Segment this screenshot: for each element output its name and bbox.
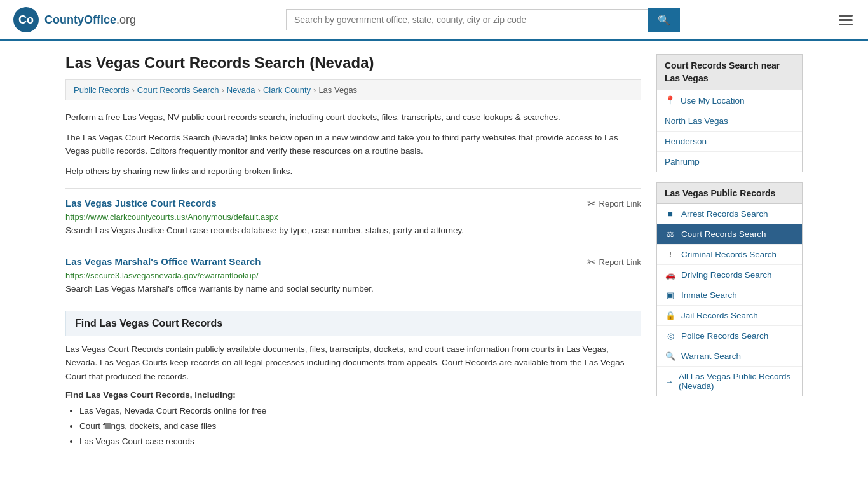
police-icon: ◎ — [665, 331, 676, 341]
record-item-0: Las Vegas Justice Court Records ✂ Report… — [65, 188, 641, 246]
sidebar-public-records-box: Las Vegas Public Records ■ Arrest Record… — [656, 182, 803, 396]
sidebar-nearby-north-las-vegas[interactable]: North Las Vegas — [657, 111, 802, 132]
sidebar-item-all[interactable]: → All Las Vegas Public Records (Nevada) — [657, 367, 802, 396]
report-link-1[interactable]: ✂ Report Link — [587, 256, 641, 268]
main-content: Las Vegas Court Records Search (Nevada) … — [65, 54, 641, 450]
sidebar: Court Records Search near Las Vegas 📍 Us… — [656, 54, 803, 450]
record-desc-1: Search Las Vegas Marshal's office warran… — [65, 283, 641, 295]
record-url-0[interactable]: https://www.clarkcountycourts.us/Anonymo… — [65, 212, 641, 222]
logo-area[interactable]: Co CountyOffice.org — [13, 6, 136, 33]
record-url-1[interactable]: https://secure3.lasvegasnevada.gov/ewarr… — [65, 271, 641, 280]
sidebar-item-police[interactable]: ◎ Police Records Search — [657, 326, 802, 346]
menu-line — [839, 24, 853, 25]
description-para1: Perform a free Las Vegas, NV public cour… — [65, 111, 641, 125]
sidebar-item-inmate[interactable]: ▣ Inmate Search — [657, 285, 802, 306]
search-input[interactable] — [286, 9, 648, 30]
all-records-icon: → — [665, 377, 674, 386]
sidebar-use-location[interactable]: 📍 Use My Location — [657, 90, 802, 111]
breadcrumb-sep: › — [221, 85, 224, 95]
driving-icon: 🚗 — [665, 270, 676, 280]
record-desc-0: Search Las Vegas Justice Court case reco… — [65, 224, 641, 237]
find-section-title: Find Las Vegas Court Records — [75, 318, 632, 329]
find-including-label: Find Las Vegas Court Records, including: — [65, 390, 641, 400]
breadcrumb-current: Las Vegas — [318, 85, 357, 95]
warrant-icon: 🔍 — [665, 351, 676, 361]
site-header: Co CountyOffice.org 🔍 — [0, 0, 868, 41]
sidebar-item-warrant[interactable]: 🔍 Warrant Search — [657, 346, 802, 367]
breadcrumb-clark-county[interactable]: Clark County — [263, 85, 311, 95]
sidebar-item-court[interactable]: ⚖ Court Records Search — [657, 224, 802, 245]
find-section: Find Las Vegas Court Records — [65, 311, 641, 336]
breadcrumb-sep: › — [258, 85, 261, 95]
search-button[interactable]: 🔍 — [648, 8, 680, 32]
find-list-item: Las Vegas Court case records — [79, 434, 641, 449]
search-area: 🔍 — [286, 8, 680, 32]
sidebar-nearby-henderson[interactable]: Henderson — [657, 132, 802, 152]
report-icon: ✂ — [587, 198, 595, 210]
svg-text:Co: Co — [18, 13, 34, 26]
breadcrumb: Public Records › Court Records Search › … — [65, 79, 641, 100]
record-title-1[interactable]: Las Vegas Marshal's Office Warrant Searc… — [65, 256, 261, 267]
report-link-0[interactable]: ✂ Report Link — [587, 198, 641, 210]
sidebar-nearby-title: Court Records Search near Las Vegas — [657, 55, 802, 90]
description-para2: The Las Vegas Court Records Search (Neva… — [65, 131, 641, 158]
menu-line — [839, 15, 853, 17]
sidebar-nearby-box: Court Records Search near Las Vegas 📍 Us… — [656, 54, 803, 172]
sidebar-item-jail[interactable]: 🔒 Jail Records Search — [657, 306, 802, 326]
sidebar-item-arrest[interactable]: ■ Arrest Records Search — [657, 204, 802, 224]
logo-text: CountyOffice.org — [44, 13, 136, 27]
logo-icon: Co — [13, 6, 39, 33]
sidebar-nearby-pahrump[interactable]: Pahrump — [657, 152, 802, 172]
breadcrumb-court-records[interactable]: Court Records Search — [137, 85, 219, 95]
find-list-item: Las Vegas, Nevada Court Records online f… — [79, 403, 641, 419]
menu-button[interactable] — [836, 12, 855, 28]
criminal-icon: ! — [665, 250, 676, 259]
court-icon: ⚖ — [665, 229, 676, 239]
arrest-icon: ■ — [665, 209, 676, 219]
breadcrumb-sep: › — [132, 85, 134, 95]
record-title-0[interactable]: Las Vegas Justice Court Records — [65, 198, 217, 208]
jail-icon: 🔒 — [665, 311, 676, 320]
sidebar-item-driving[interactable]: 🚗 Driving Records Search — [657, 265, 802, 285]
record-item-1: Las Vegas Marshal's Office Warrant Searc… — [65, 247, 641, 304]
sidebar-public-records-list: ■ Arrest Records Search ⚖ Court Records … — [657, 204, 802, 396]
breadcrumb-sep: › — [313, 85, 316, 95]
breadcrumb-nevada[interactable]: Nevada — [227, 85, 255, 95]
sidebar-item-criminal[interactable]: ! Criminal Records Search — [657, 245, 802, 265]
report-icon: ✂ — [587, 256, 595, 268]
find-list: Las Vegas, Nevada Court Records online f… — [65, 403, 641, 450]
breadcrumb-public-records[interactable]: Public Records — [74, 85, 129, 95]
sidebar-public-records-title: Las Vegas Public Records — [657, 183, 802, 204]
page-title: Las Vegas Court Records Search (Nevada) — [65, 54, 641, 72]
sidebar-nearby-list: 📍 Use My Location North Las Vegas Hender… — [657, 90, 802, 172]
inmate-icon: ▣ — [665, 290, 676, 300]
new-links-link[interactable]: new links — [154, 166, 189, 176]
find-section-desc: Las Vegas Court Records contain publicly… — [65, 342, 641, 384]
find-list-item: Court filings, dockets, and case files — [79, 419, 641, 434]
location-pin-icon: 📍 — [665, 95, 675, 105]
menu-line — [839, 19, 853, 21]
description-para3: Help others by sharing new links and rep… — [65, 165, 641, 179]
search-icon: 🔍 — [658, 15, 670, 25]
